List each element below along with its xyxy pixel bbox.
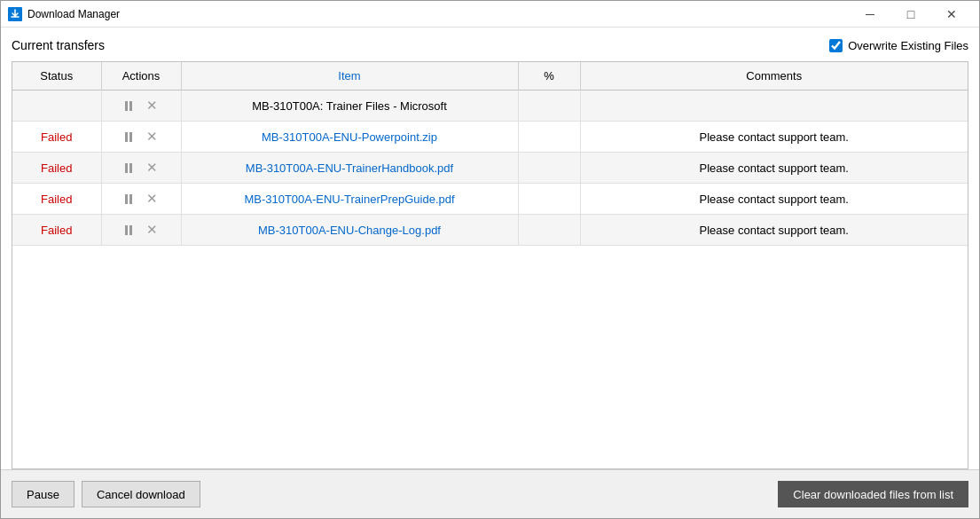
pause-button[interactable]: Pause bbox=[12, 481, 74, 507]
comment-text: Please contact support team. bbox=[700, 224, 849, 237]
actions-buttons: ✕ bbox=[109, 127, 174, 146]
table-row: Failed✕MB-310T00A-ENU-TrainerHandbook.pd… bbox=[12, 153, 968, 184]
percent-cell bbox=[518, 122, 580, 153]
window-content: Current transfers Overwrite Existing Fil… bbox=[1, 28, 979, 469]
status-cell: Failed bbox=[12, 184, 101, 215]
overwrite-label: Overwrite Existing Files bbox=[848, 39, 968, 52]
header-row: Current transfers Overwrite Existing Fil… bbox=[12, 38, 968, 52]
header-status: Status bbox=[12, 62, 101, 90]
actions-buttons: ✕ bbox=[109, 189, 174, 208]
window-controls: ─ □ ✕ bbox=[850, 1, 972, 28]
status-badge: Failed bbox=[41, 161, 72, 175]
item-cell: MB-310T00A: Trainer Files - Microsoft bbox=[181, 90, 518, 122]
footer-left-buttons: Pause Cancel download bbox=[12, 481, 200, 507]
download-manager-window: Download Manager ─ □ ✕ Current transfers… bbox=[0, 0, 980, 519]
actions-cell: ✕ bbox=[101, 153, 181, 184]
header-actions: Actions bbox=[101, 62, 181, 90]
close-icon: ✕ bbox=[146, 129, 158, 145]
current-transfers-label: Current transfers bbox=[12, 38, 105, 52]
header-item: Item bbox=[181, 62, 518, 90]
status-cell: Failed bbox=[12, 122, 101, 153]
item-cell: MB-310T00A-ENU-Change-Log.pdf bbox=[181, 215, 518, 246]
comment-text: Please contact support team. bbox=[700, 161, 849, 175]
actions-cell: ✕ bbox=[101, 90, 181, 122]
row-pause-button[interactable] bbox=[122, 130, 136, 144]
status-cell: Failed bbox=[12, 215, 101, 246]
pause-icon bbox=[125, 194, 132, 204]
percent-cell bbox=[518, 184, 580, 215]
actions-buttons: ✕ bbox=[109, 158, 174, 177]
pause-icon bbox=[125, 225, 132, 235]
comments-cell: Please contact support team. bbox=[580, 122, 968, 153]
item-cell: MB-310T00A-ENU-Powerpoint.zip bbox=[181, 122, 518, 153]
status-badge: Failed bbox=[41, 224, 72, 237]
row-pause-button[interactable] bbox=[122, 161, 136, 175]
row-pause-button[interactable] bbox=[122, 193, 136, 206]
table-row: Failed✕MB-310T00A-ENU-Powerpoint.zipPlea… bbox=[12, 122, 968, 153]
table-row: ✕MB-310T00A: Trainer Files - Microsoft bbox=[12, 90, 968, 122]
comments-cell bbox=[580, 90, 968, 122]
percent-cell bbox=[518, 215, 580, 246]
download-icon bbox=[8, 7, 22, 21]
row-cancel-button[interactable]: ✕ bbox=[143, 96, 161, 115]
row-cancel-button[interactable]: ✕ bbox=[143, 158, 161, 177]
actions-cell: ✕ bbox=[101, 184, 181, 215]
close-icon: ✕ bbox=[146, 222, 158, 238]
close-button[interactable]: ✕ bbox=[931, 1, 972, 28]
window-title: Download Manager bbox=[27, 8, 850, 20]
pause-icon bbox=[125, 163, 132, 173]
comment-text: Please contact support team. bbox=[700, 193, 849, 206]
status-cell bbox=[12, 90, 101, 122]
minimize-button[interactable]: ─ bbox=[850, 1, 890, 28]
header-percent: % bbox=[518, 62, 580, 90]
cancel-download-button[interactable]: Cancel download bbox=[82, 481, 200, 507]
table-header-row: Status Actions Item % Comments bbox=[12, 62, 968, 90]
row-cancel-button[interactable]: ✕ bbox=[143, 189, 161, 208]
actions-buttons: ✕ bbox=[109, 96, 174, 115]
table-row: Failed✕MB-310T00A-ENU-Change-Log.pdfPlea… bbox=[12, 215, 968, 246]
item-parent: MB-310T00A: Trainer Files - Microsoft bbox=[252, 99, 447, 113]
downloads-table-container: Status Actions Item % Comments ✕MB-310T0… bbox=[12, 61, 968, 469]
close-icon: ✕ bbox=[146, 98, 158, 114]
actions-cell: ✕ bbox=[101, 122, 181, 153]
overwrite-area: Overwrite Existing Files bbox=[829, 39, 968, 52]
clear-downloaded-button[interactable]: Clear downloaded files from list bbox=[778, 481, 968, 507]
status-badge: Failed bbox=[41, 193, 72, 206]
close-icon: ✕ bbox=[146, 191, 158, 207]
comments-cell: Please contact support team. bbox=[580, 215, 968, 246]
item-link[interactable]: MB-310T00A-ENU-Powerpoint.zip bbox=[262, 130, 437, 144]
item-cell: MB-310T00A-ENU-TrainerPrepGuide.pdf bbox=[181, 184, 518, 215]
title-bar: Download Manager ─ □ ✕ bbox=[1, 1, 979, 28]
comments-cell: Please contact support team. bbox=[580, 153, 968, 184]
item-cell: MB-310T00A-ENU-TrainerHandbook.pdf bbox=[181, 153, 518, 184]
row-cancel-button[interactable]: ✕ bbox=[143, 127, 161, 146]
table-row: Failed✕MB-310T00A-ENU-TrainerPrepGuide.p… bbox=[12, 184, 968, 215]
pause-icon bbox=[125, 132, 132, 142]
row-pause-button[interactable] bbox=[122, 99, 136, 113]
row-cancel-button[interactable]: ✕ bbox=[143, 220, 161, 240]
status-badge: Failed bbox=[41, 130, 72, 144]
item-link[interactable]: MB-310T00A-ENU-TrainerHandbook.pdf bbox=[246, 161, 453, 175]
comments-cell: Please contact support team. bbox=[580, 184, 968, 215]
pause-icon bbox=[125, 101, 132, 111]
comment-text: Please contact support team. bbox=[700, 130, 849, 144]
footer-bar: Pause Cancel download Clear downloaded f… bbox=[1, 469, 979, 518]
close-icon: ✕ bbox=[146, 160, 158, 176]
overwrite-checkbox[interactable] bbox=[829, 39, 843, 52]
status-cell: Failed bbox=[12, 153, 101, 184]
actions-cell: ✕ bbox=[101, 215, 181, 246]
actions-buttons: ✕ bbox=[109, 220, 174, 240]
percent-cell bbox=[518, 90, 580, 122]
row-pause-button[interactable] bbox=[122, 224, 136, 237]
item-link[interactable]: MB-310T00A-ENU-Change-Log.pdf bbox=[258, 224, 441, 237]
empty-area bbox=[12, 246, 968, 468]
item-link[interactable]: MB-310T00A-ENU-TrainerPrepGuide.pdf bbox=[244, 193, 454, 206]
header-comments: Comments bbox=[580, 62, 968, 90]
maximize-button[interactable]: □ bbox=[890, 1, 931, 28]
percent-cell bbox=[518, 153, 580, 184]
downloads-table: Status Actions Item % Comments ✕MB-310T0… bbox=[12, 62, 968, 246]
